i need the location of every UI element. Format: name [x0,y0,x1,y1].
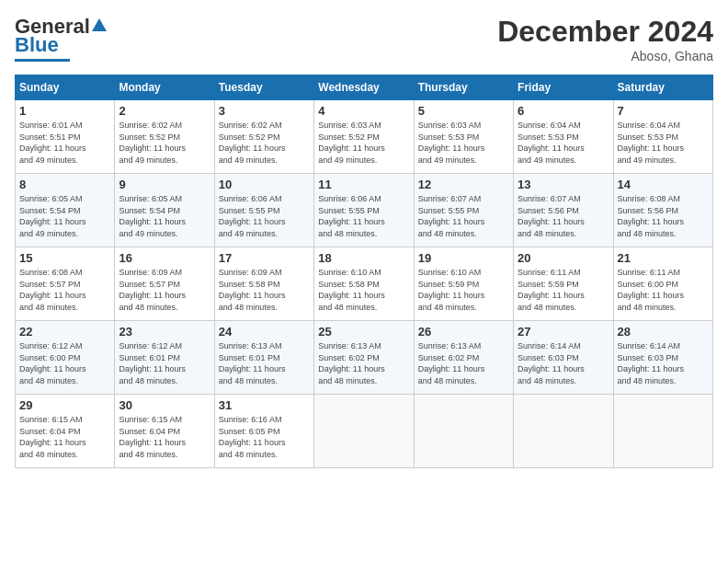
day-number: 12 [418,178,509,191]
day-number: 13 [518,178,609,191]
day-detail: Sunrise: 6:15 AM Sunset: 6:04 PM Dayligh… [19,414,110,460]
calendar-cell: 9Sunrise: 6:05 AM Sunset: 5:54 PM Daylig… [115,174,214,247]
day-detail: Sunrise: 6:12 AM Sunset: 6:00 PM Dayligh… [19,340,110,386]
day-detail: Sunrise: 6:08 AM Sunset: 5:56 PM Dayligh… [618,193,709,239]
day-number: 14 [618,178,709,191]
day-number: 25 [318,325,409,339]
calendar-cell: 18Sunrise: 6:10 AM Sunset: 5:58 PM Dayli… [314,247,414,321]
calendar-cell: 13Sunrise: 6:07 AM Sunset: 5:56 PM Dayli… [514,174,613,247]
calendar-cell: 28Sunrise: 6:14 AM Sunset: 6:03 PM Dayli… [613,321,712,395]
day-number: 15 [19,251,110,265]
calendar-cell: 8Sunrise: 6:05 AM Sunset: 5:54 PM Daylig… [16,174,115,247]
col-header-friday: Friday [514,75,613,100]
col-header-tuesday: Tuesday [214,75,313,100]
calendar-cell: 29Sunrise: 6:15 AM Sunset: 6:04 PM Dayli… [16,395,115,468]
day-number: 21 [618,251,709,265]
calendar-cell [613,395,712,468]
day-number: 18 [318,251,409,265]
day-number: 28 [618,325,709,339]
calendar-week-row: 22Sunrise: 6:12 AM Sunset: 6:00 PM Dayli… [16,321,713,395]
calendar-cell [414,395,513,468]
day-number: 17 [219,251,310,265]
day-detail: Sunrise: 6:10 AM Sunset: 5:59 PM Dayligh… [418,267,509,313]
day-detail: Sunrise: 6:04 AM Sunset: 5:53 PM Dayligh… [618,120,709,166]
calendar-week-row: 8Sunrise: 6:05 AM Sunset: 5:54 PM Daylig… [16,174,713,247]
day-number: 4 [318,104,409,118]
day-number: 22 [19,325,110,339]
calendar-cell: 19Sunrise: 6:10 AM Sunset: 5:59 PM Dayli… [414,247,513,321]
day-number: 9 [119,178,210,191]
day-number: 3 [219,104,310,118]
day-number: 10 [219,178,310,191]
calendar-cell: 5Sunrise: 6:03 AM Sunset: 5:53 PM Daylig… [414,100,513,174]
calendar-cell: 31Sunrise: 6:16 AM Sunset: 6:05 PM Dayli… [214,395,313,468]
day-detail: Sunrise: 6:06 AM Sunset: 5:55 PM Dayligh… [219,193,310,239]
day-number: 7 [618,104,709,118]
day-number: 27 [518,325,609,339]
calendar-cell: 17Sunrise: 6:09 AM Sunset: 5:58 PM Dayli… [214,247,313,321]
logo-icon [91,17,108,33]
day-number: 6 [518,104,609,118]
calendar-cell: 4Sunrise: 6:03 AM Sunset: 5:52 PM Daylig… [314,100,414,174]
day-number: 20 [518,251,609,265]
day-detail: Sunrise: 6:06 AM Sunset: 5:55 PM Dayligh… [318,193,409,239]
calendar-cell: 24Sunrise: 6:13 AM Sunset: 6:01 PM Dayli… [214,321,313,395]
day-detail: Sunrise: 6:03 AM Sunset: 5:53 PM Dayligh… [418,120,509,166]
calendar-week-row: 15Sunrise: 6:08 AM Sunset: 5:57 PM Dayli… [16,247,713,321]
day-detail: Sunrise: 6:16 AM Sunset: 6:05 PM Dayligh… [219,414,310,460]
day-detail: Sunrise: 6:03 AM Sunset: 5:52 PM Dayligh… [318,120,409,166]
day-detail: Sunrise: 6:07 AM Sunset: 5:56 PM Dayligh… [518,193,609,239]
day-detail: Sunrise: 6:04 AM Sunset: 5:53 PM Dayligh… [518,120,609,166]
day-number: 30 [119,398,210,412]
day-detail: Sunrise: 6:08 AM Sunset: 5:57 PM Dayligh… [19,267,110,313]
day-detail: Sunrise: 6:14 AM Sunset: 6:03 PM Dayligh… [618,340,709,386]
day-detail: Sunrise: 6:02 AM Sunset: 5:52 PM Dayligh… [119,120,210,166]
calendar-cell: 10Sunrise: 6:06 AM Sunset: 5:55 PM Dayli… [214,174,313,247]
svg-marker-0 [92,18,107,31]
day-number: 26 [418,325,509,339]
day-detail: Sunrise: 6:05 AM Sunset: 5:54 PM Dayligh… [119,193,210,239]
day-detail: Sunrise: 6:02 AM Sunset: 5:52 PM Dayligh… [219,120,310,166]
day-detail: Sunrise: 6:13 AM Sunset: 6:01 PM Dayligh… [219,340,310,386]
day-number: 5 [418,104,509,118]
month-year-title: December 2024 [497,15,713,49]
day-number: 2 [119,104,210,118]
day-detail: Sunrise: 6:09 AM Sunset: 5:57 PM Dayligh… [119,267,210,313]
day-number: 29 [19,398,110,412]
title-block: December 2024 Aboso, Ghana [497,15,713,63]
location-subtitle: Aboso, Ghana [497,49,713,63]
calendar-cell: 6Sunrise: 6:04 AM Sunset: 5:53 PM Daylig… [514,100,613,174]
calendar-cell: 30Sunrise: 6:15 AM Sunset: 6:04 PM Dayli… [115,395,214,468]
page-header: General Blue December 2024 Aboso, Ghana [15,15,713,63]
day-detail: Sunrise: 6:13 AM Sunset: 6:02 PM Dayligh… [418,340,509,386]
calendar-cell: 1Sunrise: 6:01 AM Sunset: 5:51 PM Daylig… [16,100,115,174]
day-detail: Sunrise: 6:15 AM Sunset: 6:04 PM Dayligh… [119,414,210,460]
logo: General Blue [15,15,108,62]
day-number: 8 [19,178,110,191]
day-detail: Sunrise: 6:09 AM Sunset: 5:58 PM Dayligh… [219,267,310,313]
calendar-cell: 7Sunrise: 6:04 AM Sunset: 5:53 PM Daylig… [613,100,712,174]
day-detail: Sunrise: 6:07 AM Sunset: 5:55 PM Dayligh… [418,193,509,239]
day-number: 11 [318,178,409,191]
calendar-cell: 16Sunrise: 6:09 AM Sunset: 5:57 PM Dayli… [115,247,214,321]
logo-blue: Blue [15,33,59,57]
day-detail: Sunrise: 6:12 AM Sunset: 6:01 PM Dayligh… [119,340,210,386]
calendar-header-row: SundayMondayTuesdayWednesdayThursdayFrid… [16,75,713,100]
calendar-cell [514,395,613,468]
day-detail: Sunrise: 6:13 AM Sunset: 6:02 PM Dayligh… [318,340,409,386]
day-number: 23 [119,325,210,339]
calendar-cell: 14Sunrise: 6:08 AM Sunset: 5:56 PM Dayli… [613,174,712,247]
calendar-cell: 2Sunrise: 6:02 AM Sunset: 5:52 PM Daylig… [115,100,214,174]
calendar-week-row: 1Sunrise: 6:01 AM Sunset: 5:51 PM Daylig… [16,100,713,174]
calendar-cell: 20Sunrise: 6:11 AM Sunset: 5:59 PM Dayli… [514,247,613,321]
calendar-cell: 12Sunrise: 6:07 AM Sunset: 5:55 PM Dayli… [414,174,513,247]
calendar-cell [314,395,414,468]
day-number: 16 [119,251,210,265]
day-detail: Sunrise: 6:05 AM Sunset: 5:54 PM Dayligh… [19,193,110,239]
col-header-thursday: Thursday [414,75,513,100]
day-number: 1 [19,104,110,118]
calendar-cell: 15Sunrise: 6:08 AM Sunset: 5:57 PM Dayli… [16,247,115,321]
day-detail: Sunrise: 6:11 AM Sunset: 5:59 PM Dayligh… [518,267,609,313]
calendar-cell: 26Sunrise: 6:13 AM Sunset: 6:02 PM Dayli… [414,321,513,395]
calendar-cell: 21Sunrise: 6:11 AM Sunset: 6:00 PM Dayli… [613,247,712,321]
